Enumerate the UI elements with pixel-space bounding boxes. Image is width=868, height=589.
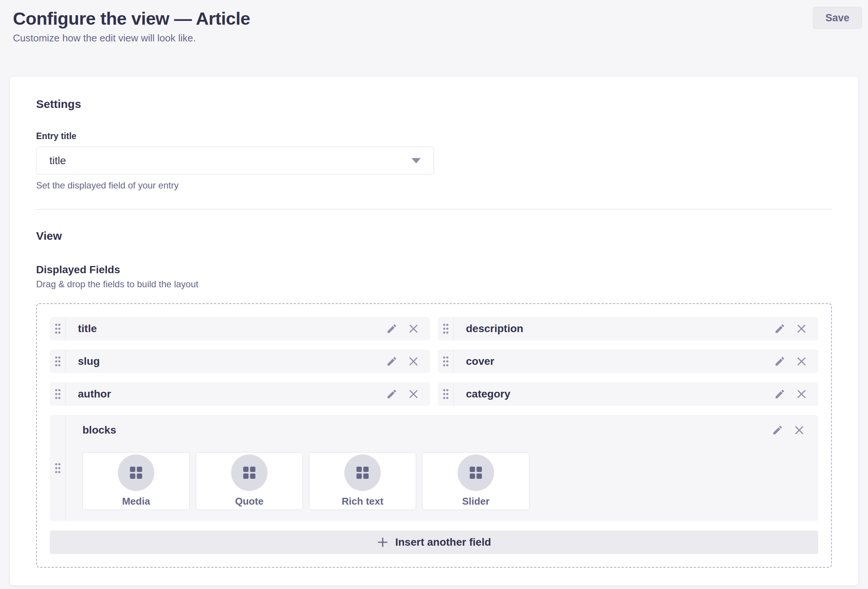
page-subtitle: Customize how the edit view will look li… xyxy=(13,32,855,44)
component-card-media: Media xyxy=(82,452,190,510)
field-chip-label: category xyxy=(454,388,774,400)
page-title: Configure the view — Article xyxy=(13,8,855,30)
component-grid-icon xyxy=(118,454,154,491)
edit-field-button[interactable] xyxy=(386,388,398,400)
edit-field-button[interactable] xyxy=(772,424,783,436)
field-chip-description[interactable]: description xyxy=(438,317,818,340)
remove-field-button[interactable] xyxy=(408,323,419,334)
field-chip-blocks[interactable]: blocks Media xyxy=(50,415,818,521)
edit-field-button[interactable] xyxy=(774,388,786,400)
settings-heading: Settings xyxy=(36,98,832,111)
displayed-fields-subtitle: Drag & drop the fields to build the layo… xyxy=(36,279,832,290)
field-chip-title[interactable]: title xyxy=(50,317,430,340)
remove-field-button[interactable] xyxy=(794,425,805,435)
chevron-down-icon xyxy=(412,158,421,163)
drag-handle-icon[interactable] xyxy=(438,382,454,406)
fields-grid: title description xyxy=(50,317,818,521)
component-card-rich-text: Rich text xyxy=(309,452,416,510)
remove-field-button[interactable] xyxy=(408,389,419,399)
field-chip-category[interactable]: category xyxy=(438,382,818,406)
entry-title-hint: Set the displayed field of your entry xyxy=(36,180,832,191)
drag-handle-icon[interactable] xyxy=(438,350,454,373)
main-card: Settings Entry title title Set the displ… xyxy=(10,77,858,585)
plus-icon xyxy=(377,537,388,548)
blocks-content: blocks Media xyxy=(66,415,818,521)
component-grid-icon xyxy=(344,454,381,491)
remove-field-button[interactable] xyxy=(796,323,807,334)
edit-field-button[interactable] xyxy=(386,356,398,367)
field-chip-cover[interactable]: cover xyxy=(438,350,818,373)
field-chip-label: blocks xyxy=(82,424,116,436)
component-card-slider: Slider xyxy=(422,452,529,510)
edit-field-button[interactable] xyxy=(386,323,398,334)
entry-title-select[interactable]: title xyxy=(36,147,434,175)
component-label: Rich text xyxy=(342,496,383,507)
field-chip-label: title xyxy=(66,323,386,335)
drag-handle-icon[interactable] xyxy=(50,317,66,340)
component-label: Quote xyxy=(235,496,263,507)
drag-handle-icon[interactable] xyxy=(50,382,66,406)
blocks-header: blocks xyxy=(82,424,805,436)
field-chip-label: cover xyxy=(454,355,774,367)
component-card-quote: Quote xyxy=(196,452,303,510)
edit-field-button[interactable] xyxy=(774,323,786,334)
field-chip-label: description xyxy=(454,323,774,335)
remove-field-button[interactable] xyxy=(796,356,807,367)
component-grid-icon xyxy=(458,454,494,491)
insert-another-field-label: Insert another field xyxy=(395,536,491,548)
edit-field-button[interactable] xyxy=(774,356,786,367)
component-grid-icon xyxy=(231,454,268,491)
components-row: Media Quote xyxy=(82,452,805,510)
section-divider xyxy=(36,209,832,210)
drag-handle-icon[interactable] xyxy=(50,350,66,373)
save-button[interactable]: Save xyxy=(813,7,862,29)
drag-handle-icon[interactable] xyxy=(438,317,454,340)
entry-title-select-value: title xyxy=(49,155,66,167)
remove-field-button[interactable] xyxy=(796,389,807,399)
drag-handle-icon[interactable] xyxy=(50,415,66,521)
fields-dropzone: title description xyxy=(36,303,832,568)
field-chip-label: author xyxy=(66,388,386,400)
view-heading: View xyxy=(36,230,832,242)
entry-title-label: Entry title xyxy=(36,131,832,141)
entry-title-block: Entry title title Set the displayed fiel… xyxy=(36,131,832,191)
insert-another-field-button[interactable]: Insert another field xyxy=(50,530,818,554)
field-chip-label: slug xyxy=(66,355,386,367)
component-label: Media xyxy=(122,496,150,507)
displayed-fields-heading: Displayed Fields xyxy=(36,264,832,276)
field-chip-slug[interactable]: slug xyxy=(50,350,430,373)
page-header: Configure the view — Article Customize h… xyxy=(0,0,868,44)
component-label: Slider xyxy=(462,496,489,507)
configure-view-page: Configure the view — Article Customize h… xyxy=(0,0,868,589)
field-chip-author[interactable]: author xyxy=(50,382,430,406)
remove-field-button[interactable] xyxy=(408,356,419,367)
